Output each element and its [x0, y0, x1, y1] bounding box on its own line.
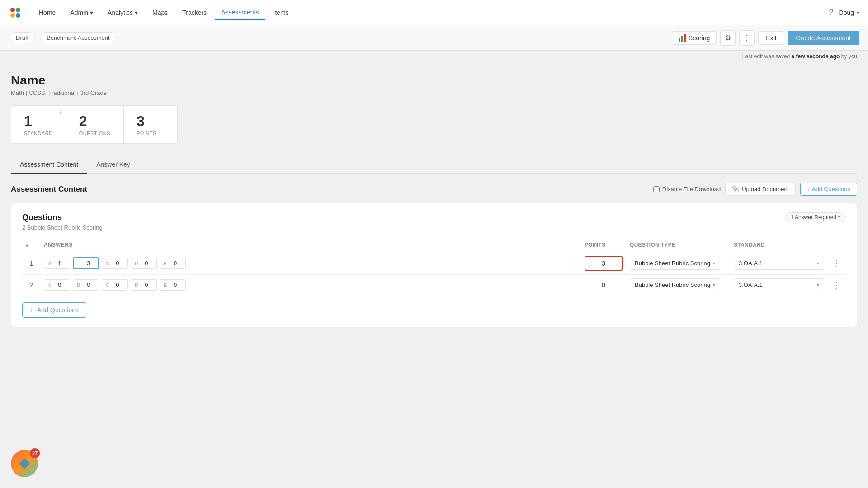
question-type-select[interactable]: Bubble Sheet Rubric Scoring▾: [630, 257, 720, 270]
stat-card-standard: ℹ 1 STANDARD: [11, 105, 66, 144]
page-title: Name: [11, 73, 857, 88]
user-name: Doug: [839, 9, 854, 16]
floating-achievement-badge[interactable]: 27: [11, 450, 38, 477]
paperclip-icon: 📎: [732, 186, 739, 192]
nav-item-assessments[interactable]: Assessments: [215, 5, 265, 20]
info-icon[interactable]: ℹ: [60, 109, 62, 116]
row-number: 2: [22, 275, 40, 296]
upload-document-button[interactable]: 📎 Upload Document: [725, 183, 796, 196]
main-content: Name Math | CCSS: Traditional | 3rd Grad…: [0, 62, 868, 488]
points-value-highlighted: 3: [585, 256, 623, 271]
disable-file-download-checkbox[interactable]: [653, 186, 660, 192]
answer-input-a[interactable]: A1: [44, 258, 70, 269]
content-actions: Disable File Download 📎 Upload Document …: [653, 183, 857, 196]
nav-right: ? Doug ▾: [829, 8, 859, 17]
scoring-button[interactable]: Scoring: [672, 31, 717, 45]
answer-value: 1: [53, 260, 66, 267]
user-menu[interactable]: Doug ▾: [839, 9, 859, 16]
answer-letter: D: [135, 261, 138, 266]
questions-section-title: Questions: [22, 213, 785, 222]
standard-cell: 3.OA.A.1▾: [730, 275, 828, 296]
content-section-title: Assessment Content: [11, 185, 653, 194]
answer-value: 0: [111, 260, 124, 267]
stat-card-questions: 2 QUESTIONS: [66, 105, 123, 144]
create-assessment-button[interactable]: Create Assessment: [788, 31, 859, 45]
badge-circle: 27: [11, 450, 38, 477]
chevron-down-icon: ▾: [135, 9, 138, 16]
chevron-down-icon: ▾: [817, 282, 819, 287]
row-more-options-button[interactable]: ⋮: [831, 258, 842, 268]
answer-letter: E: [164, 261, 167, 266]
questions-table: # Answers Points Question type Standard …: [22, 238, 846, 295]
points-label: POINTS: [137, 131, 156, 136]
question-type-select[interactable]: Bubble Sheet Rubric Scoring▾: [630, 278, 720, 291]
table-row: 1A1B3C0D0E03Bubble Sheet Rubric Scoring▾…: [22, 252, 846, 275]
col-header-num: #: [22, 238, 40, 252]
nav-item-maps[interactable]: Maps: [146, 5, 174, 20]
help-icon[interactable]: ?: [829, 8, 834, 17]
answer-required-badge[interactable]: 1 Answer Required *: [785, 212, 846, 222]
answer-input-d[interactable]: D0: [131, 279, 157, 291]
assessment-type-badge[interactable]: Benchmark Assessment: [40, 32, 116, 43]
answer-input-e[interactable]: E0: [160, 279, 186, 291]
answer-input-e[interactable]: E0: [160, 258, 186, 269]
tab-answer-key[interactable]: Answer Key: [87, 156, 139, 174]
tab-assessment-content[interactable]: Assessment Content: [11, 156, 87, 174]
badge-count: 27: [30, 448, 40, 458]
logo[interactable]: [9, 6, 22, 19]
content-header: Assessment Content Disable File Download…: [11, 183, 857, 196]
chevron-down-icon: ▾: [817, 261, 819, 266]
row-more-options-button[interactable]: ⋮: [831, 280, 842, 290]
more-options-button[interactable]: ⋮: [739, 30, 755, 46]
answer-value: 0: [53, 282, 66, 288]
standard-select[interactable]: 3.OA.A.1▾: [734, 278, 824, 291]
add-questions-header-button[interactable]: + Add Questions: [800, 183, 857, 196]
points-cell: 0: [581, 275, 626, 296]
answer-input-c[interactable]: C0: [102, 258, 128, 269]
answer-value: 0: [169, 260, 182, 267]
questions-count: 2: [79, 113, 87, 130]
answer-input-a[interactable]: A0: [44, 279, 70, 291]
nav-item-analytics[interactable]: Analytics ▾: [101, 5, 144, 20]
question-type-value: Bubble Sheet Rubric Scoring: [635, 282, 710, 288]
top-navigation: Home Admin ▾ Analytics ▾ Maps Trackers A…: [0, 0, 868, 25]
row-number: 1: [22, 252, 40, 275]
questions-label: QUESTIONS: [79, 131, 110, 136]
answer-letter: E: [164, 282, 167, 288]
standard-value: 3.OA.A.1: [739, 282, 763, 288]
diamond-icon: [18, 457, 31, 470]
svg-point-2: [10, 13, 15, 18]
standard-select[interactable]: 3.OA.A.1▾: [734, 257, 824, 270]
question-type-cell: Bubble Sheet Rubric Scoring▾: [626, 252, 730, 275]
disable-file-download-label: Disable File Download: [653, 186, 721, 192]
save-info: Last edit was saved a few seconds ago by…: [0, 51, 868, 62]
scoring-bars-icon: [679, 34, 686, 42]
settings-button[interactable]: ⚙: [720, 30, 736, 46]
answer-letter: C: [106, 282, 109, 288]
col-header-actions: [828, 238, 846, 252]
answer-input-d[interactable]: D0: [131, 258, 157, 269]
nav-item-admin[interactable]: Admin ▾: [64, 5, 99, 20]
answer-input-c[interactable]: C0: [102, 279, 128, 291]
more-icon: ⋮: [743, 33, 750, 42]
row-actions-cell: ⋮: [828, 275, 846, 296]
gear-icon: ⚙: [725, 33, 731, 42]
answer-letter: A: [48, 282, 51, 288]
nav-item-home[interactable]: Home: [33, 5, 62, 20]
answers-cell: A1B3C0D0E0: [40, 252, 581, 275]
draft-badge[interactable]: Draft: [9, 32, 35, 43]
toolbar: Draft Benchmark Assessment Scoring ⚙ ⋮ E…: [0, 25, 868, 51]
points-cell: 3: [581, 252, 626, 275]
stat-cards: ℹ 1 STANDARD 2 QUESTIONS 3 POINTS: [11, 105, 857, 144]
answer-input-b[interactable]: B3: [73, 257, 99, 269]
add-questions-bottom-button[interactable]: + Add Questions: [22, 302, 86, 318]
answer-input-b[interactable]: B0: [73, 279, 99, 291]
nav-links: Home Admin ▾ Analytics ▾ Maps Trackers A…: [33, 5, 829, 20]
nav-item-trackers[interactable]: Trackers: [176, 5, 213, 20]
svg-point-0: [10, 8, 15, 12]
col-header-points: Points: [581, 238, 626, 252]
plus-icon: +: [30, 306, 33, 314]
nav-item-items[interactable]: Items: [267, 5, 295, 20]
exit-button[interactable]: Exit: [758, 31, 784, 45]
answer-value: 3: [82, 260, 94, 267]
